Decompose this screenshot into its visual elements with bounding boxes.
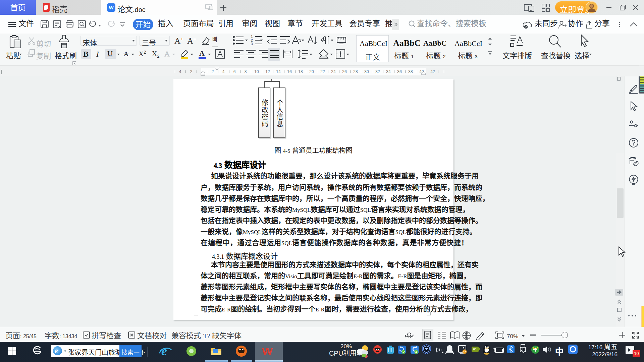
svg-text:1: 1 [251, 35, 253, 39]
svg-text:3: 3 [251, 42, 253, 46]
svg-text:e: e [161, 345, 167, 358]
svg-text:2: 2 [251, 39, 253, 42]
